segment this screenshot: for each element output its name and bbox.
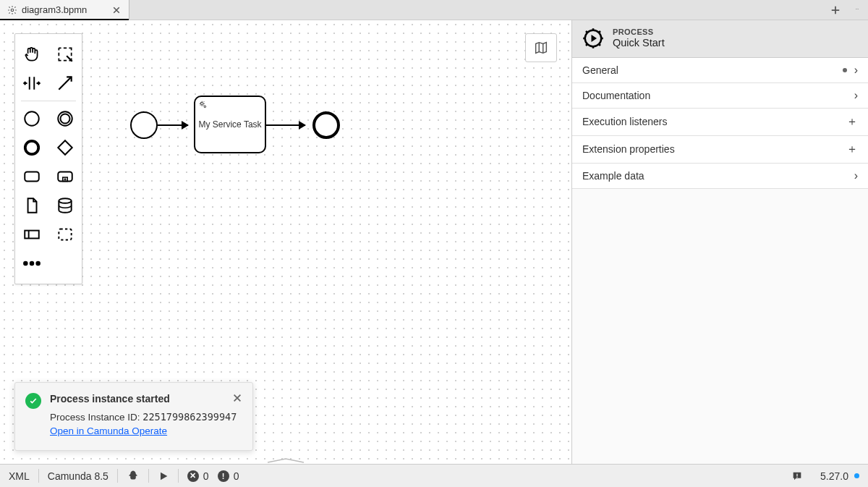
group-example-data[interactable]: Example data ›	[572, 164, 868, 189]
chevron-right-icon: ›	[854, 89, 858, 102]
chevron-right-icon: ›	[854, 64, 858, 77]
feedback-button[interactable]	[783, 465, 812, 487]
update-available-icon	[854, 473, 859, 478]
group-label: Extension properties	[582, 143, 675, 155]
warning-icon: !	[218, 470, 229, 482]
hand-tool[interactable]	[15, 40, 48, 69]
tab-more-button[interactable]	[846, 0, 868, 20]
properties-header: PROCESS Quick Start	[572, 20, 868, 58]
create-group[interactable]	[48, 220, 82, 249]
svg-rect-21	[796, 476, 797, 477]
minimap-toggle[interactable]	[525, 33, 557, 62]
notification-toast: Process instance started Process Instanc…	[14, 382, 253, 451]
create-pool[interactable]	[15, 220, 48, 249]
tab-label: diagram3.bpmn	[22, 4, 87, 15]
group-execution-listeners[interactable]: Execution listeners ＋	[572, 109, 868, 136]
global-connect-tool[interactable]	[48, 69, 82, 98]
svg-point-3	[858, 9, 859, 9]
bpmn-service-task[interactable]: My Service Task	[194, 96, 266, 153]
group-extension-properties[interactable]: Extension properties ＋	[572, 136, 868, 164]
create-start-event[interactable]	[15, 104, 48, 133]
success-icon	[25, 393, 41, 409]
lasso-tool[interactable]	[48, 40, 82, 69]
svg-point-7	[25, 141, 38, 154]
task-label: My Service Task	[198, 119, 261, 130]
version-indicator[interactable]: 5.27.0	[812, 465, 868, 487]
create-data-object[interactable]	[15, 191, 48, 220]
properties-eyebrow: PROCESS	[613, 27, 665, 37]
panel-resize-handle[interactable]	[264, 457, 307, 464]
platform-selector[interactable]: Camunda 8.5	[39, 465, 117, 487]
open-operate-link[interactable]: Open in Camunda Operate	[50, 425, 167, 436]
svg-point-2	[857, 9, 858, 9]
svg-rect-12	[25, 231, 39, 239]
svg-rect-13	[59, 229, 71, 240]
group-documentation[interactable]: Documentation ›	[572, 83, 868, 109]
plus-icon[interactable]: ＋	[846, 114, 858, 130]
create-intermediate-event[interactable]	[48, 104, 82, 133]
svg-point-16	[37, 262, 40, 265]
error-icon: ✕	[187, 470, 199, 482]
svg-rect-20	[796, 473, 797, 475]
svg-rect-8	[25, 172, 39, 182]
problems-button[interactable]: ✕ 0 ! 0	[179, 465, 248, 487]
group-label: Documentation	[582, 90, 650, 101]
create-task[interactable]	[15, 162, 48, 191]
create-subprocess[interactable]	[48, 162, 82, 191]
bpmn-canvas[interactable]: My Service Task Process instance started…	[0, 20, 571, 464]
platform-label: Camunda 8.5	[48, 470, 109, 482]
chevron-right-icon: ›	[854, 169, 858, 182]
toast-id-label: Process Instance ID:	[50, 412, 140, 423]
create-end-event[interactable]	[15, 133, 48, 162]
properties-title: Quick Start	[613, 37, 665, 49]
service-task-icon	[198, 100, 208, 110]
group-label: Example data	[582, 170, 644, 182]
process-icon	[582, 27, 604, 49]
tab-close-button[interactable]	[111, 5, 122, 15]
status-bar: XML Camunda 8.5 ✕ 0 ! 0 5.27.0	[0, 464, 868, 487]
changed-indicator-icon	[843, 68, 847, 72]
svg-point-6	[61, 114, 70, 124]
error-count: 0	[203, 470, 209, 482]
bpmn-sequence-flow[interactable]	[158, 124, 188, 126]
svg-point-1	[856, 9, 856, 9]
bpmn-start-event[interactable]	[130, 111, 158, 139]
svg-point-14	[24, 262, 27, 265]
create-data-store[interactable]	[48, 191, 82, 220]
group-label: Execution listeners	[582, 116, 668, 127]
svg-point-4	[25, 111, 39, 126]
tab-diagram[interactable]: diagram3.bpmn	[0, 0, 129, 20]
space-tool[interactable]	[15, 69, 48, 98]
plus-icon[interactable]: ＋	[846, 142, 858, 157]
toast-close-button[interactable]	[231, 391, 244, 405]
tool-palette	[14, 33, 82, 284]
svg-point-17	[201, 103, 204, 106]
run-button[interactable]	[149, 465, 178, 487]
version-label: 5.27.0	[820, 470, 848, 482]
bpmn-end-event[interactable]	[312, 111, 340, 139]
svg-point-0	[11, 9, 14, 12]
new-tab-button[interactable]	[825, 0, 846, 20]
gear-icon	[7, 5, 17, 15]
group-label: General	[582, 64, 618, 76]
toast-id-value: 2251799862399947	[142, 411, 237, 423]
group-general[interactable]: General ›	[572, 58, 868, 83]
deploy-button[interactable]	[118, 465, 148, 487]
svg-point-18	[204, 106, 206, 108]
xml-toggle[interactable]: XML	[0, 465, 38, 487]
toast-title: Process instance started	[50, 393, 241, 405]
bpmn-sequence-flow[interactable]	[266, 124, 305, 126]
create-gateway[interactable]	[48, 133, 82, 162]
svg-point-11	[59, 198, 71, 203]
properties-panel: PROCESS Quick Start General › Documentat…	[571, 20, 868, 464]
tab-bar: diagram3.bpmn	[0, 0, 868, 20]
palette-more[interactable]	[15, 249, 48, 278]
warning-count: 0	[234, 470, 239, 482]
svg-point-15	[30, 262, 33, 265]
xml-label: XML	[9, 470, 30, 482]
